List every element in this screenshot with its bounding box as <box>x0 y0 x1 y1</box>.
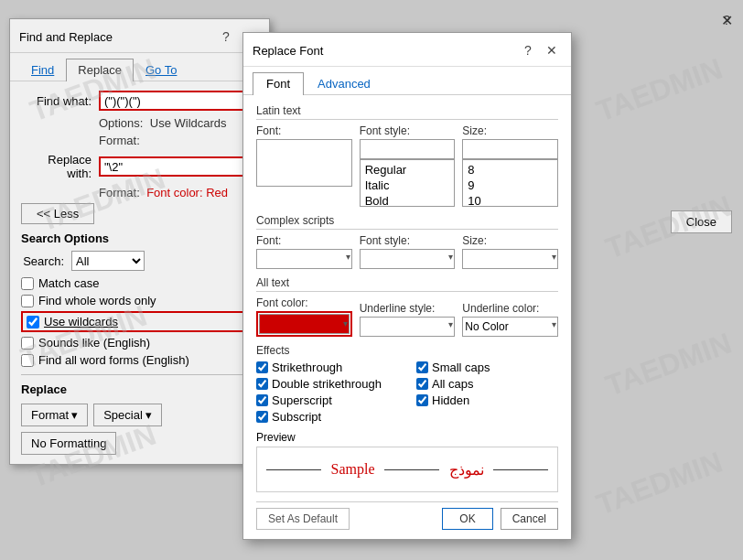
rf-complex-style-select[interactable] <box>360 249 456 269</box>
rf-title: Replace Font <box>253 44 323 58</box>
tab-find[interactable]: Find <box>19 59 66 81</box>
rf-close-button[interactable]: ✕ <box>542 40 562 60</box>
find-replace-close-button[interactable]: Close <box>671 210 732 233</box>
rf-latin-cols: Font: Font style: Regular Italic <box>256 124 558 207</box>
checkbox-sounds-like: Sounds like (English) <box>21 336 258 350</box>
match-case-checkbox[interactable] <box>21 277 34 290</box>
rf-size-listbox[interactable]: 8 9 10 <box>462 159 558 207</box>
rf-effect-double-strikethrough: Double strikethrough <box>256 377 398 391</box>
double-strikethrough-checkbox[interactable] <box>256 378 268 390</box>
rf-underline-style-select[interactable] <box>360 317 456 337</box>
rf-alltext-section: All text Font color: Red ▾ <box>256 276 558 337</box>
rf-preview-label: Preview <box>256 431 558 444</box>
rf-complex-cols: Font: ▾ Font style: ▾ Size: <box>256 234 558 269</box>
hidden-checkbox[interactable] <box>416 394 428 406</box>
options-value: Use Wildcards <box>150 116 227 130</box>
set-default-button[interactable]: Set As Default <box>256 508 350 530</box>
no-formatting-button[interactable]: No Formatting <box>21 432 116 455</box>
replace-with-input[interactable] <box>99 156 258 177</box>
rf-style-regular[interactable]: Regular <box>362 162 453 178</box>
checkbox-match-case: Match case <box>21 276 258 290</box>
rf-style-italic[interactable]: Italic <box>362 178 453 193</box>
special-dropdown-icon: ▾ <box>145 408 152 422</box>
rf-style-bold[interactable]: Bold <box>362 193 453 207</box>
rf-style-listbox[interactable]: Regular Italic Bold <box>360 159 456 207</box>
rf-effects-label: Effects <box>256 344 558 357</box>
replace-format-value: Font color: Red <box>146 186 228 199</box>
replace-section: Replace Format ▾ Special ▾ No Formatting <box>21 382 258 455</box>
less-button[interactable]: << Less <box>21 203 94 224</box>
rf-tab-font[interactable]: Font <box>253 72 304 95</box>
find-what-input-wrap <box>99 91 258 111</box>
small-caps-label: Small caps <box>432 361 490 374</box>
wildcards-checkbox[interactable] <box>27 316 39 328</box>
whole-words-label: Find whole words only <box>38 294 156 307</box>
word-forms-checkbox[interactable] <box>21 354 34 367</box>
preview-sample: Sample <box>331 461 375 478</box>
find-what-input[interactable] <box>99 91 258 111</box>
find-replace-titlebar: Find and Replace ? ✕ <box>10 19 269 53</box>
rf-size-8[interactable]: 8 <box>465 162 555 178</box>
rf-complex-size-select[interactable] <box>462 249 558 269</box>
rf-font-select[interactable] <box>256 139 352 187</box>
rf-size-10[interactable]: 10 <box>465 193 555 207</box>
hidden-label: Hidden <box>432 393 469 407</box>
rf-size-9[interactable]: 9 <box>465 178 555 193</box>
dialog-tabs: Find Replace Go To <box>10 53 269 81</box>
rf-underline-color-select[interactable]: No Color <box>462 317 558 337</box>
rf-tab-advanced[interactable]: Advanced <box>304 72 384 94</box>
wildcards-label: Use wildcards <box>44 315 118 328</box>
superscript-checkbox[interactable] <box>256 394 268 406</box>
rf-complex-style-col: Font style: ▾ <box>360 234 456 269</box>
rf-tabs: Font Advanced <box>243 67 571 95</box>
special-label: Special <box>103 408 143 422</box>
rf-size-input[interactable] <box>462 139 558 159</box>
rf-complex-size-col: Size: ▾ <box>462 234 558 269</box>
checkbox-wildcards: Use wildcards <box>21 311 258 332</box>
watermark-7: TAEDMIN <box>601 327 736 404</box>
all-caps-checkbox[interactable] <box>416 378 428 390</box>
replace-font-dialog: Replace Font ? ✕ Font Advanced Latin tex… <box>242 32 572 540</box>
checkbox-whole-words: Find whole words only <box>21 294 258 307</box>
whole-words-checkbox[interactable] <box>21 295 34 307</box>
word-forms-label: Find all word forms (English) <box>38 353 189 367</box>
special-button[interactable]: Special ▾ <box>93 404 162 426</box>
rf-style-select-wrap <box>360 139 456 159</box>
rf-underline-style-wrap: ▾ <box>360 317 456 337</box>
rf-action-buttons: OK Cancel <box>442 508 558 530</box>
tab-replace[interactable]: Replace <box>66 59 134 81</box>
replace-label: Replace <box>21 382 258 396</box>
search-options-title: Search Options <box>21 232 258 245</box>
screen-close-button[interactable]: ✕ <box>716 9 738 31</box>
rf-ok-button[interactable]: OK <box>442 508 492 530</box>
format-label-replace: Format: <box>99 186 140 199</box>
checkbox-word-forms: Find all word forms (English) <box>21 353 258 367</box>
rf-complex-size-label: Size: <box>462 234 558 247</box>
sounds-like-checkbox[interactable] <box>21 337 34 350</box>
help-button[interactable]: ? <box>216 27 236 47</box>
rf-style-col: Font style: Regular Italic Bold <box>360 124 456 207</box>
rf-effects-grid: Strikethrough Small caps Double striketh… <box>256 361 558 424</box>
rf-complex-font-select[interactable] <box>256 249 352 269</box>
rf-underline-color-wrap: No Color ▾ <box>462 317 558 337</box>
search-select[interactable]: All <box>71 251 145 271</box>
rf-cancel-button[interactable]: Cancel <box>501 508 558 530</box>
rf-effects-section: Effects Strikethrough Small caps Double … <box>256 344 558 424</box>
preview-line-right <box>493 469 548 470</box>
rf-style-input[interactable] <box>360 139 456 159</box>
format-button[interactable]: Format ▾ <box>21 404 88 426</box>
rf-fontcolor-highlight: Red ▾ <box>256 311 352 337</box>
rf-help-button[interactable]: ? <box>518 40 538 60</box>
subscript-checkbox[interactable] <box>256 411 268 423</box>
strikethrough-label: Strikethrough <box>272 361 342 374</box>
preview-arabic: نموذج <box>449 461 484 479</box>
replace-with-input-wrap <box>99 156 258 177</box>
tab-goto[interactable]: Go To <box>134 59 188 81</box>
replace-with-label: Replace with: <box>21 153 99 180</box>
small-caps-checkbox[interactable] <box>416 361 428 373</box>
rf-font-col: Font: <box>256 124 352 207</box>
rf-size-select-wrap <box>462 139 558 159</box>
strikethrough-checkbox[interactable] <box>256 361 268 373</box>
rf-complex-style-label: Font style: <box>360 234 456 247</box>
find-replace-dialog: Find and Replace ? ✕ Find Replace Go To … <box>9 18 270 465</box>
